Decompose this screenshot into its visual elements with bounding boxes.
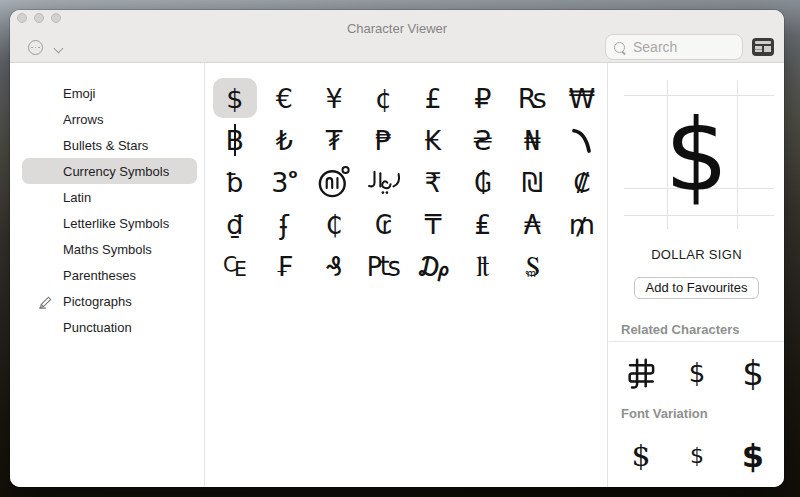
panel-toggle-icon[interactable] <box>752 38 774 56</box>
grid-cell-german-penny-sign[interactable]: ₰ <box>312 246 356 286</box>
dollar-serif-variant[interactable]: $ <box>613 432 669 480</box>
grid-cell-ruble-sign[interactable]: ₽ <box>461 78 505 118</box>
grid-cell-taka-sign[interactable]: ƀ <box>213 162 257 202</box>
fullwidth-dollar[interactable]: $ <box>725 349 781 397</box>
content-area: EmojiArrowsBullets & StarsCurrency Symbo… <box>10 63 784 487</box>
grid-cell-kip-sign[interactable]: ₭ <box>411 120 455 160</box>
grid-cell-tamil-rupee-sign[interactable] <box>312 162 356 202</box>
sidebar-item-label: Maths Symbols <box>63 242 152 257</box>
sidebar-item-label: Letterlike Symbols <box>63 216 169 231</box>
sidebar-item-label: Punctuation <box>63 320 132 335</box>
sidebar-item-label: Bullets & Stars <box>63 138 148 153</box>
grid-cell-cent-sign[interactable]: ¢ <box>362 78 406 118</box>
grid-cell-pound-sign[interactable]: £ <box>411 78 455 118</box>
related-characters-header: Related Characters <box>621 322 740 337</box>
sidebar-item-label: Parentheses <box>63 268 136 283</box>
grid-cell-gujarati-rupee-sign[interactable]: 3 <box>262 162 306 202</box>
grid-cell-tenge-sign[interactable]: ₸ <box>411 204 455 244</box>
dollar-variant[interactable]: $ <box>725 481 781 487</box>
grid-cell-won-sign[interactable]: ₩ <box>560 78 604 118</box>
sidebar-item-label: Pictographs <box>63 294 132 309</box>
character-grid: $€¥¢£₽₨₩B₺₮₱₭₴₦ƀ3₹₲₪₡₫ʄ₵₢₸₤₳₥₠₣₰₧₯₶₷ <box>206 63 607 287</box>
grid-cell-bengali-ganda-mark[interactable]: ʄ <box>262 204 306 244</box>
sidebar-item-latin[interactable]: Latin <box>22 184 197 210</box>
glyph-name: DOLLAR SIGN <box>609 247 784 262</box>
search-icon <box>614 42 625 53</box>
grid-cell-spesmilo-sign[interactable]: ₷ <box>510 246 554 286</box>
cjk-dollar-character[interactable] <box>613 349 669 397</box>
grid-cell-naira-sign[interactable]: ₦ <box>510 120 554 160</box>
sidebar-item-label: Emoji <box>63 86 96 101</box>
ellipsis-dots <box>31 47 39 49</box>
sidebar-item-emoji[interactable]: Emoji <box>22 80 197 106</box>
sidebar-list: EmojiArrowsBullets & StarsCurrency Symbo… <box>10 80 204 340</box>
sidebar-item-arrows[interactable]: Arrows <box>22 106 197 132</box>
grid-cell-colon-sign[interactable]: ₡ <box>560 162 604 202</box>
grid-cell-peseta-sign[interactable]: ₧ <box>362 246 406 286</box>
search-field[interactable] <box>605 34 743 60</box>
grid-cell-dong-sign[interactable]: ₫ <box>213 204 257 244</box>
dollar-variant[interactable]: $ <box>669 481 725 487</box>
character-viewer-window: Character Viewer EmojiArrowsBullets & St… <box>10 10 784 487</box>
sidebar-item-bullets-stars[interactable]: Bullets & Stars <box>22 132 197 158</box>
sidebar-item-label: Currency Symbols <box>63 164 169 179</box>
grid-cell-turkish-lira-sign[interactable]: ₺ <box>262 120 306 160</box>
grid-cell-cruzeiro-sign[interactable]: ₢ <box>362 204 406 244</box>
grid-cell-cedi-sign[interactable]: ₵ <box>312 204 356 244</box>
grid-cell-indian-rupee-sign[interactable]: ₹ <box>411 162 455 202</box>
grid-cell-hryvnia-sign[interactable]: ₴ <box>461 120 505 160</box>
grid-cell-mill-sign[interactable]: ₥ <box>560 204 604 244</box>
grid-cell-dollar-sign[interactable]: $ <box>213 78 257 118</box>
dollar-bold-variant[interactable]: $ <box>725 432 781 480</box>
font-variation-header: Font Variation <box>621 406 708 421</box>
grid-cell-bengali-rupee-mark[interactable] <box>560 120 604 160</box>
font-variation-row: $$$ <box>613 432 781 480</box>
grid-cell-new-shekel-sign[interactable]: ₪ <box>510 162 554 202</box>
chevron-down-icon[interactable] <box>55 45 63 53</box>
grid-cell-lira-sign[interactable]: ₤ <box>461 204 505 244</box>
grid-cell-rupee-sign[interactable]: ₨ <box>510 78 554 118</box>
dollar-small-variant[interactable]: $ <box>669 432 725 480</box>
related-characters-row: $$ <box>613 349 781 397</box>
grid-cell-euro-currency-sign[interactable]: ₠ <box>213 246 257 286</box>
grid-cell-livre-tournois-sign[interactable]: ₶ <box>461 246 505 286</box>
grid-cell-french-franc-sign[interactable]: ₣ <box>262 246 306 286</box>
sidebar-item-pictographs[interactable]: Pictographs <box>22 288 197 314</box>
font-variation-row-2: $$$ <box>613 481 781 487</box>
search-input[interactable] <box>631 38 734 56</box>
grid-cell-guarani-sign[interactable]: ₲ <box>461 162 505 202</box>
dollar-variant[interactable]: $ <box>613 481 669 487</box>
dollar-small[interactable]: $ <box>669 349 725 397</box>
sidebar-item-label: Latin <box>63 190 91 205</box>
pencil-icon <box>35 293 55 309</box>
detail-panel: $ DOLLAR SIGN Add to Favourites Related … <box>609 63 784 487</box>
grid-cell-drachma-sign[interactable]: ₯ <box>411 246 455 286</box>
character-grid-wrap: $€¥¢£₽₨₩B₺₮₱₭₴₦ƀ3₹₲₪₡₫ʄ₵₢₸₤₳₥₠₣₰₧₯₶₷ <box>206 63 608 487</box>
grid-cell-tugrik-sign[interactable]: ₮ <box>312 120 356 160</box>
grid-cell-peso-sign[interactable]: ₱ <box>362 120 406 160</box>
sidebar-item-maths-symbols[interactable]: Maths Symbols <box>22 236 197 262</box>
grid-cell-yen-sign[interactable]: ¥ <box>312 78 356 118</box>
titlebar: Character Viewer <box>10 10 784 63</box>
sidebar-item-letterlike-symbols[interactable]: Letterlike Symbols <box>22 210 197 236</box>
add-to-favourites-button[interactable]: Add to Favourites <box>634 277 760 299</box>
sidebar-item-currency-symbols[interactable]: Currency Symbols <box>22 158 197 184</box>
sidebar-item-punctuation[interactable]: Punctuation <box>22 314 197 340</box>
section-divider <box>609 341 784 342</box>
sidebar-item-parentheses[interactable]: Parentheses <box>22 262 197 288</box>
sidebar-item-label: Arrows <box>63 112 103 127</box>
grid-cell-rial-sign[interactable] <box>362 162 406 202</box>
grid-cell-euro-sign[interactable]: € <box>262 78 306 118</box>
glyph-preview: $ <box>609 81 784 231</box>
grid-cell-austral-sign[interactable]: ₳ <box>510 204 554 244</box>
sidebar: EmojiArrowsBullets & StarsCurrency Symbo… <box>10 63 205 487</box>
circle-ellipsis-icon[interactable] <box>28 40 43 55</box>
grid-cell-baht-sign[interactable]: B <box>213 120 257 160</box>
